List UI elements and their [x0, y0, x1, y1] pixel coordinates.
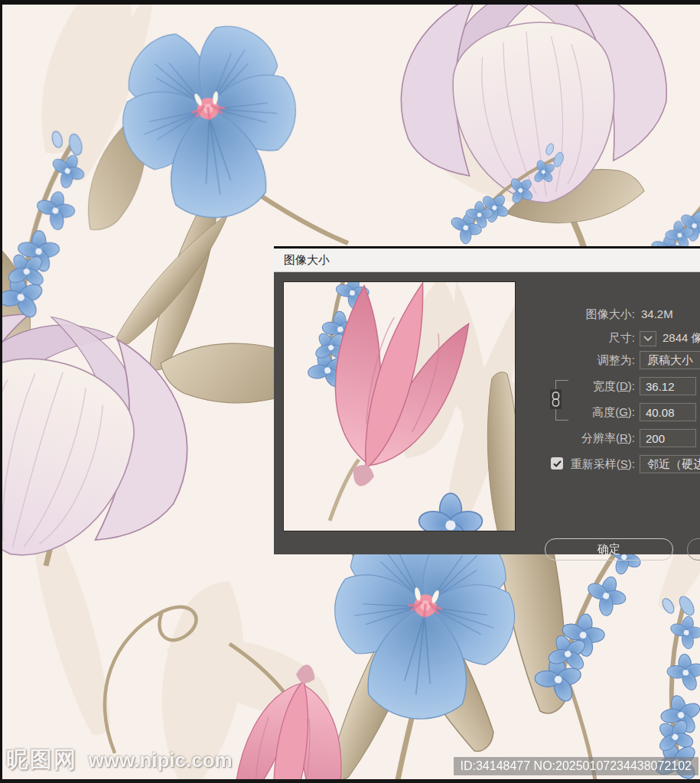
row-image-size: 图像大小: 34.2M: [274, 304, 700, 324]
dimensions-label: 尺寸:: [457, 328, 635, 348]
left-border: [0, 0, 2, 783]
resample-value: 邻近（硬边缘）: [647, 457, 700, 470]
row-fit-to: 调整为: 原稿大小: [274, 350, 700, 370]
row-width: 宽度(D):: [274, 376, 700, 396]
site-watermark: 昵图网 www.nipic.com: [6, 745, 233, 775]
image-size-label: 图像大小:: [457, 304, 635, 324]
row-resample: 重新采样(S): 邻近（硬边缘）: [274, 454, 700, 474]
width-input[interactable]: [640, 377, 696, 395]
bottom-border: [0, 779, 700, 783]
photoshop-canvas-screenshot: 图像大小: [0, 0, 700, 783]
dialog-title-bar[interactable]: 图像大小: [274, 249, 700, 272]
resolution-input[interactable]: [640, 429, 696, 447]
dimensions-value: 2844 像素: [663, 328, 700, 348]
site-url: www.nipic.com: [88, 749, 232, 772]
resample-dropdown[interactable]: 邻近（硬边缘）: [640, 455, 700, 473]
height-label: 高度(G):: [457, 402, 635, 422]
row-resolution: 分辨率(R):: [274, 428, 700, 448]
image-id-badge: ID:34148477 NO:20250107234438072102: [454, 757, 699, 775]
resample-label: 重新采样(S):: [457, 454, 635, 474]
dimensions-unit-button[interactable]: [640, 331, 656, 346]
resolution-label: 分辨率(R):: [457, 428, 635, 448]
image-size-value: 34.2M: [641, 304, 673, 324]
site-name: 昵图网: [6, 747, 77, 772]
fit-to-label: 调整为:: [457, 350, 635, 370]
width-label: 宽度(D):: [457, 376, 635, 396]
dialog-title: 图像大小: [284, 253, 330, 268]
height-input[interactable]: [640, 403, 696, 421]
row-dimensions: 尺寸: 2844 像素: [274, 328, 700, 348]
ok-button[interactable]: 确定: [545, 538, 673, 560]
row-height: 高度(G):: [274, 402, 700, 422]
fit-to-value: 原稿大小: [647, 353, 693, 366]
top-border: [0, 0, 700, 5]
image-size-dialog: 图像大小: [274, 246, 700, 554]
chevron-down-icon: [643, 336, 653, 342]
fit-to-dropdown[interactable]: 原稿大小: [640, 351, 700, 369]
dialog-body: 图像大小: 34.2M 尺寸: 2844 像素 调整为: 原稿大小: [274, 272, 700, 554]
